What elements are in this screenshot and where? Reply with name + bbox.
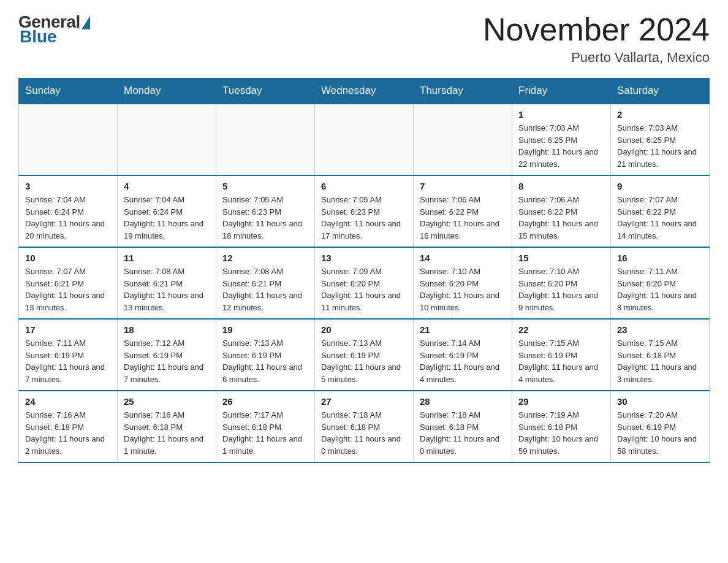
day-number: 20: [321, 324, 407, 335]
day-number: 27: [321, 396, 407, 407]
calendar-cell: 24Sunrise: 7:16 AMSunset: 6:18 PMDayligh…: [19, 391, 118, 462]
calendar-cell: 10Sunrise: 7:07 AMSunset: 6:21 PMDayligh…: [19, 247, 118, 319]
day-info: Sunrise: 7:07 AMSunset: 6:21 PMDaylight:…: [25, 266, 111, 313]
day-info: Sunrise: 7:17 AMSunset: 6:18 PMDaylight:…: [222, 409, 308, 457]
location-subtitle: Puerto Vallarta, Mexico: [483, 50, 710, 66]
day-number: 25: [124, 396, 210, 407]
calendar-table: SundayMondayTuesdayWednesdayThursdayFrid…: [18, 78, 710, 463]
calendar-week-4: 17Sunrise: 7:11 AMSunset: 6:19 PMDayligh…: [19, 319, 710, 391]
day-info: Sunrise: 7:12 AMSunset: 6:19 PMDaylight:…: [124, 337, 210, 385]
day-info: Sunrise: 7:11 AMSunset: 6:20 PMDaylight:…: [617, 266, 703, 313]
calendar-cell: 9Sunrise: 7:07 AMSunset: 6:22 PMDaylight…: [611, 175, 710, 247]
calendar-header-tuesday: Tuesday: [216, 79, 315, 104]
calendar-cell: 4Sunrise: 7:04 AMSunset: 6:24 PMDaylight…: [118, 175, 216, 247]
day-info: Sunrise: 7:10 AMSunset: 6:20 PMDaylight:…: [518, 266, 604, 313]
day-info: Sunrise: 7:16 AMSunset: 6:18 PMDaylight:…: [124, 409, 210, 457]
day-number: 26: [222, 396, 308, 407]
day-info: Sunrise: 7:08 AMSunset: 6:21 PMDaylight:…: [222, 266, 308, 313]
calendar-week-1: 1Sunrise: 7:03 AMSunset: 6:25 PMDaylight…: [19, 104, 710, 175]
calendar-cell: 29Sunrise: 7:19 AMSunset: 6:18 PMDayligh…: [512, 391, 611, 462]
day-number: 30: [617, 396, 703, 407]
calendar-header-wednesday: Wednesday: [315, 79, 414, 104]
day-number: 19: [222, 324, 308, 335]
day-number: 17: [25, 324, 111, 335]
calendar-cell: 7Sunrise: 7:06 AMSunset: 6:22 PMDaylight…: [414, 175, 512, 247]
page-header: General Blue November 2024 Puerto Vallar…: [18, 12, 710, 66]
day-info: Sunrise: 7:04 AMSunset: 6:24 PMDaylight:…: [25, 194, 111, 242]
day-number: 28: [420, 396, 506, 407]
calendar-cell: 17Sunrise: 7:11 AMSunset: 6:19 PMDayligh…: [19, 319, 118, 391]
calendar-cell: 23Sunrise: 7:15 AMSunset: 6:18 PMDayligh…: [611, 319, 710, 391]
day-number: 18: [124, 324, 210, 335]
calendar-header-thursday: Thursday: [414, 79, 512, 104]
calendar-cell: 22Sunrise: 7:15 AMSunset: 6:19 PMDayligh…: [512, 319, 611, 391]
calendar-cell: 6Sunrise: 7:05 AMSunset: 6:23 PMDaylight…: [315, 175, 414, 247]
day-number: 16: [617, 253, 703, 263]
calendar-cell: [315, 104, 414, 175]
day-number: 12: [222, 253, 308, 263]
logo-triangle-icon: [82, 16, 90, 29]
day-number: 5: [222, 181, 308, 191]
day-info: Sunrise: 7:06 AMSunset: 6:22 PMDaylight:…: [420, 194, 506, 242]
calendar-header-sunday: Sunday: [19, 79, 118, 104]
calendar-cell: 15Sunrise: 7:10 AMSunset: 6:20 PMDayligh…: [512, 247, 611, 319]
logo-blue-text: Blue: [20, 27, 57, 47]
title-block: November 2024 Puerto Vallarta, Mexico: [483, 12, 710, 66]
day-info: Sunrise: 7:03 AMSunset: 6:25 PMDaylight:…: [617, 122, 703, 170]
calendar-cell: 16Sunrise: 7:11 AMSunset: 6:20 PMDayligh…: [611, 247, 710, 319]
day-info: Sunrise: 7:05 AMSunset: 6:23 PMDaylight:…: [222, 194, 308, 242]
calendar-cell: 30Sunrise: 7:20 AMSunset: 6:19 PMDayligh…: [611, 391, 710, 462]
calendar-header-saturday: Saturday: [611, 79, 710, 104]
day-number: 1: [518, 109, 604, 120]
calendar-cell: 28Sunrise: 7:18 AMSunset: 6:18 PMDayligh…: [414, 391, 512, 462]
day-info: Sunrise: 7:19 AMSunset: 6:18 PMDaylight:…: [518, 409, 604, 457]
calendar-cell: [19, 104, 118, 175]
day-number: 29: [518, 396, 604, 407]
calendar-header-monday: Monday: [118, 79, 216, 104]
logo: General Blue: [18, 12, 90, 47]
calendar-cell: 25Sunrise: 7:16 AMSunset: 6:18 PMDayligh…: [118, 391, 216, 462]
calendar-week-3: 10Sunrise: 7:07 AMSunset: 6:21 PMDayligh…: [19, 247, 710, 319]
calendar-week-5: 24Sunrise: 7:16 AMSunset: 6:18 PMDayligh…: [19, 391, 710, 462]
day-info: Sunrise: 7:15 AMSunset: 6:19 PMDaylight:…: [518, 337, 604, 385]
day-info: Sunrise: 7:03 AMSunset: 6:25 PMDaylight:…: [518, 122, 604, 170]
day-info: Sunrise: 7:14 AMSunset: 6:19 PMDaylight:…: [420, 337, 506, 385]
month-title: November 2024: [483, 12, 710, 47]
day-number: 22: [518, 324, 604, 335]
day-info: Sunrise: 7:16 AMSunset: 6:18 PMDaylight:…: [25, 409, 111, 457]
calendar-cell: 12Sunrise: 7:08 AMSunset: 6:21 PMDayligh…: [216, 247, 315, 319]
calendar-cell: 20Sunrise: 7:13 AMSunset: 6:19 PMDayligh…: [315, 319, 414, 391]
day-info: Sunrise: 7:07 AMSunset: 6:22 PMDaylight:…: [617, 194, 703, 242]
calendar-header-row: SundayMondayTuesdayWednesdayThursdayFrid…: [19, 79, 710, 104]
day-number: 3: [25, 181, 111, 191]
day-info: Sunrise: 7:05 AMSunset: 6:23 PMDaylight:…: [321, 194, 407, 242]
day-info: Sunrise: 7:18 AMSunset: 6:18 PMDaylight:…: [321, 409, 407, 457]
day-number: 11: [124, 253, 210, 263]
day-info: Sunrise: 7:18 AMSunset: 6:18 PMDaylight:…: [420, 409, 506, 457]
day-number: 23: [617, 324, 703, 335]
calendar-cell: 19Sunrise: 7:13 AMSunset: 6:19 PMDayligh…: [216, 319, 315, 391]
calendar-cell: 1Sunrise: 7:03 AMSunset: 6:25 PMDaylight…: [512, 104, 611, 175]
day-info: Sunrise: 7:20 AMSunset: 6:19 PMDaylight:…: [617, 409, 703, 457]
calendar-week-2: 3Sunrise: 7:04 AMSunset: 6:24 PMDaylight…: [19, 175, 710, 247]
day-info: Sunrise: 7:15 AMSunset: 6:18 PMDaylight:…: [617, 337, 703, 385]
calendar-cell: 26Sunrise: 7:17 AMSunset: 6:18 PMDayligh…: [216, 391, 315, 462]
day-number: 14: [420, 253, 506, 263]
day-number: 21: [420, 324, 506, 335]
day-info: Sunrise: 7:10 AMSunset: 6:20 PMDaylight:…: [420, 266, 506, 313]
day-info: Sunrise: 7:13 AMSunset: 6:19 PMDaylight:…: [321, 337, 407, 385]
calendar-cell: [216, 104, 315, 175]
calendar-header-friday: Friday: [512, 79, 611, 104]
day-info: Sunrise: 7:08 AMSunset: 6:21 PMDaylight:…: [124, 266, 210, 313]
day-info: Sunrise: 7:04 AMSunset: 6:24 PMDaylight:…: [124, 194, 210, 242]
day-info: Sunrise: 7:09 AMSunset: 6:20 PMDaylight:…: [321, 266, 407, 313]
day-number: 7: [420, 181, 506, 191]
day-info: Sunrise: 7:11 AMSunset: 6:19 PMDaylight:…: [25, 337, 111, 385]
day-number: 10: [25, 253, 111, 263]
calendar-cell: [414, 104, 512, 175]
calendar-cell: 11Sunrise: 7:08 AMSunset: 6:21 PMDayligh…: [118, 247, 216, 319]
calendar-cell: 5Sunrise: 7:05 AMSunset: 6:23 PMDaylight…: [216, 175, 315, 247]
day-number: 15: [518, 253, 604, 263]
day-number: 13: [321, 253, 407, 263]
calendar-cell: 3Sunrise: 7:04 AMSunset: 6:24 PMDaylight…: [19, 175, 118, 247]
